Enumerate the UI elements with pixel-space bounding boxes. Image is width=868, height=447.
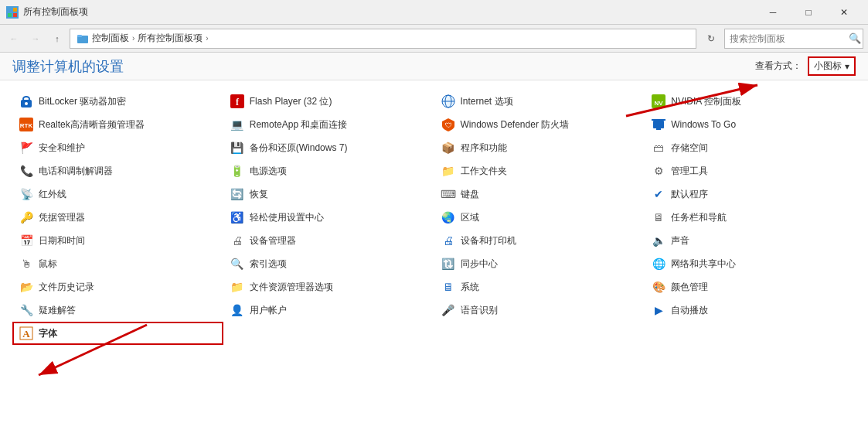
control-item-network[interactable]: 🌐网络和共享中心 <box>645 252 856 275</box>
label-nvidia: NVIDIA 控制面板 <box>671 95 741 108</box>
icon-troubleshoot: 🔧 <box>19 302 34 318</box>
icon-credential: 🔑 <box>19 210 34 225</box>
control-item-keyboard[interactable]: ⌨键盘 <box>434 183 645 206</box>
label-sound: 声音 <box>671 234 689 247</box>
control-item-folderopts[interactable]: 📁文件资源管理器选项 <box>223 275 434 299</box>
svg-rect-5 <box>77 35 82 37</box>
control-item-storage[interactable]: 🗃存储空间 <box>645 136 856 159</box>
address-box[interactable]: 控制面板 › 所有控制面板项 › <box>70 29 696 49</box>
control-item-useraccount[interactable]: 👤用户帐户 <box>223 299 434 322</box>
control-item-mouse[interactable]: 🖱鼠标 <box>12 252 223 275</box>
icon-power: 🔋 <box>230 163 245 179</box>
label-font: 字体 <box>39 327 57 340</box>
label-programs: 程序和功能 <box>461 142 507 155</box>
icon-keyboard: ⌨ <box>441 186 456 202</box>
control-item-infrared[interactable]: 📡红外线 <box>12 183 223 206</box>
label-windowstogo: Windows To Go <box>671 119 736 130</box>
control-item-phone[interactable]: 📞电话和调制解调器 <box>12 159 223 183</box>
label-indexing: 索引选项 <box>250 258 287 271</box>
icon-security: 🚩 <box>19 140 34 155</box>
back-button[interactable]: ← <box>5 29 23 48</box>
label-restore: 恢复 <box>250 188 268 201</box>
icon-datetime: 📅 <box>19 233 34 248</box>
label-network: 网络和共享中心 <box>671 258 736 271</box>
control-item-speech[interactable]: 🎤语音识别 <box>434 299 645 322</box>
control-item-indexing[interactable]: 🔍索引选项 <box>223 252 434 275</box>
minimize-button[interactable]: ─ <box>755 0 791 25</box>
control-item-sound[interactable]: 🔈声音 <box>645 229 856 252</box>
label-storage: 存储空间 <box>671 142 708 155</box>
control-item-defender[interactable]: 🛡Windows Defender 防火墙 <box>434 113 645 136</box>
label-devices: 设备和打印机 <box>461 234 516 247</box>
control-item-easyaccess[interactable]: ♿轻松使用设置中心 <box>223 206 434 229</box>
svg-rect-2 <box>8 13 12 17</box>
label-defender: Windows Defender 防火墙 <box>461 118 570 131</box>
view-dropdown[interactable]: 小图标 ▾ <box>808 56 856 76</box>
control-item-tools[interactable]: ⚙管理工具 <box>645 159 856 183</box>
icon-region: 🌏 <box>441 210 456 225</box>
control-item-windowstogo[interactable]: Windows To Go <box>645 113 856 136</box>
control-item-security[interactable]: 🚩安全和维护 <box>12 136 223 159</box>
control-item-sync[interactable]: 🔃同步中心 <box>434 252 645 275</box>
label-realtek: Realtek高清晰音频管理器 <box>39 118 145 131</box>
svg-rect-21 <box>653 121 664 128</box>
icon-tools: ⚙ <box>651 163 666 179</box>
icon-easyaccess: ♿ <box>230 210 245 225</box>
close-button[interactable]: ✕ <box>826 0 862 25</box>
control-item-programs[interactable]: 📦程序和功能 <box>434 136 645 159</box>
icon-programs: 📦 <box>441 140 456 155</box>
icon-devices: 🖨 <box>441 233 456 248</box>
icon-sync: 🔃 <box>441 256 456 271</box>
icon-speech: 🎤 <box>441 302 456 318</box>
up-button[interactable]: ↑ <box>48 29 66 48</box>
svg-rect-22 <box>656 128 661 130</box>
control-item-devices[interactable]: 🖨设备和打印机 <box>434 229 645 252</box>
svg-point-10 <box>25 102 28 105</box>
control-item-autoplay[interactable]: ▶自动播放 <box>645 299 856 322</box>
control-item-internet[interactable]: Internet 选项 <box>434 90 645 113</box>
control-item-default[interactable]: ✔默认程序 <box>645 183 856 206</box>
search-input[interactable] <box>730 33 846 44</box>
control-item-region[interactable]: 🌏区域 <box>434 206 645 229</box>
control-item-bitlocker[interactable]: BitLocker 驱动器加密 <box>12 90 223 113</box>
svg-text:RTK: RTK <box>20 122 33 129</box>
icon-network: 🌐 <box>651 256 666 271</box>
label-autoplay: 自动播放 <box>671 304 708 317</box>
label-easyaccess: 轻松使用设置中心 <box>250 211 324 224</box>
control-item-nvidia[interactable]: NVNVIDIA 控制面板 <box>645 90 856 113</box>
forward-button[interactable]: → <box>26 29 45 48</box>
control-item-restore[interactable]: 🔄恢复 <box>223 183 434 206</box>
label-keyboard: 键盘 <box>461 188 479 201</box>
label-backup: 备份和还原(Windows 7) <box>250 142 348 155</box>
control-item-taskbar[interactable]: 🖥任务栏和导航 <box>645 206 856 229</box>
svg-text:NV: NV <box>655 100 664 107</box>
control-item-flash[interactable]: fFlash Player (32 位) <box>223 90 434 113</box>
icon-nvidia: NV <box>651 94 666 109</box>
control-item-workfolder[interactable]: 📁工作文件夹 <box>434 159 645 183</box>
control-item-troubleshoot[interactable]: 🔧疑难解答 <box>12 299 223 322</box>
control-item-font[interactable]: A字体 <box>12 322 223 345</box>
label-security: 安全和维护 <box>39 142 85 155</box>
search-icon[interactable]: 🔍 <box>849 32 861 44</box>
label-default: 默认程序 <box>671 188 708 201</box>
refresh-button[interactable]: ↻ <box>701 29 721 49</box>
control-item-color[interactable]: 🎨颜色管理 <box>645 275 856 299</box>
maximize-button[interactable]: □ <box>791 0 826 25</box>
icon-default: ✔ <box>651 186 666 202</box>
control-item-datetime[interactable]: 📅日期和时间 <box>12 229 223 252</box>
label-credential: 凭据管理器 <box>39 211 85 224</box>
control-item-remoteapp[interactable]: 💻RemoteApp 和桌面连接 <box>223 113 434 136</box>
label-taskbar: 任务栏和导航 <box>671 211 727 224</box>
view-label: 查看方式： <box>755 60 802 73</box>
control-item-devmgr[interactable]: 🖨设备管理器 <box>223 229 434 252</box>
control-item-backup[interactable]: 💾备份和还原(Windows 7) <box>223 136 434 159</box>
folder-icon <box>77 32 89 45</box>
icon-storage: 🗃 <box>651 140 666 155</box>
control-item-credential[interactable]: 🔑凭据管理器 <box>12 206 223 229</box>
control-item-realtek[interactable]: RTKRealtek高清晰音频管理器 <box>12 113 223 136</box>
titlebar-icon <box>6 6 19 19</box>
control-item-power[interactable]: 🔋电源选项 <box>223 159 434 183</box>
control-item-system[interactable]: 🖥系统 <box>434 275 645 299</box>
control-item-filehistory[interactable]: 📂文件历史记录 <box>12 275 223 299</box>
content-area: BitLocker 驱动器加密fFlash Player (32 位)Inter… <box>0 80 868 447</box>
